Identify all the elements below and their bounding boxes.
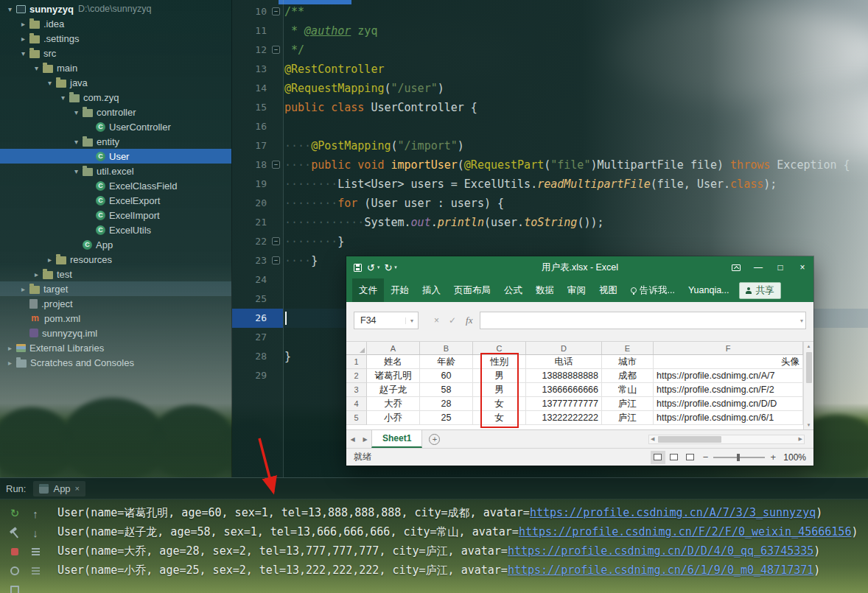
tree-item-usercontroller[interactable]: CUserController <box>0 119 231 134</box>
row-header-5[interactable]: 5 <box>346 411 367 425</box>
next-sheet-icon[interactable]: ▶ <box>359 436 371 443</box>
cell-A1[interactable]: 姓名 <box>367 355 420 369</box>
skip-icon[interactable] <box>25 542 46 561</box>
expanded-chevron-icon[interactable]: ▾ <box>31 64 42 72</box>
tell-me[interactable]: 告诉我... <box>624 278 682 302</box>
cell-D2[interactable]: 13888888888 <box>526 369 602 383</box>
redo-dropdown-icon[interactable]: ▾ <box>394 264 397 270</box>
close-icon[interactable]: × <box>791 256 813 278</box>
save-icon[interactable] <box>354 264 362 272</box>
collapsed-chevron-icon[interactable]: ▸ <box>4 359 15 367</box>
cell-E1[interactable]: 城市 <box>602 355 654 369</box>
undo-icon[interactable]: ↺ <box>367 262 375 273</box>
cancel-icon[interactable]: × <box>432 312 441 329</box>
expanded-chevron-icon[interactable]: ▾ <box>71 167 82 175</box>
console-link[interactable]: https://profile.csdnimg.cn/6/1/9/0_m0_48… <box>508 564 813 577</box>
zoom-slider-thumb[interactable] <box>737 454 740 461</box>
hscroll-right-icon[interactable]: ▶ <box>799 436 802 442</box>
cell-C1[interactable]: 性别 <box>473 355 526 369</box>
tree-item-scratches-and-consoles[interactable]: ▸Scratches and Consoles <box>0 355 231 370</box>
fold-marker-icon[interactable]: − <box>272 7 280 15</box>
cell-F4[interactable]: https://profile.csdnimg.cn/D/D <box>654 397 803 411</box>
vertical-scrollbar[interactable]: ▴ ▾ <box>803 342 813 429</box>
cell-E4[interactable]: 庐江 <box>602 397 654 411</box>
collapsed-chevron-icon[interactable]: ▸ <box>44 256 55 264</box>
column-header-D[interactable]: D <box>526 342 602 354</box>
tree-item-excelclassfield[interactable]: CExcelClassField <box>0 178 231 193</box>
tree-item-excelexport[interactable]: CExcelExport <box>0 193 231 208</box>
tree-item-sunnyzyq-iml[interactable]: sunnyzyq.iml <box>0 326 231 340</box>
row-header-3[interactable]: 3 <box>346 383 367 397</box>
expanded-chevron-icon[interactable]: ▾ <box>4 5 15 13</box>
horizontal-scrollbar[interactable]: ◀ ▶ <box>648 435 805 444</box>
cell-F5[interactable]: https://profile.csdnimg.cn/6/1 <box>654 411 803 425</box>
zoom-slider[interactable] <box>713 457 765 458</box>
zoom-out-icon[interactable]: − <box>703 452 709 463</box>
zoom-level[interactable]: 100% <box>781 452 806 463</box>
insert-function-icon[interactable]: fx <box>463 312 475 329</box>
cell-C2[interactable]: 男 <box>473 369 526 383</box>
cell-F2[interactable]: https://profile.csdnimg.cn/A/7 <box>654 369 803 383</box>
collapsed-chevron-icon[interactable]: ▸ <box>31 270 42 278</box>
ribbon-tab-7[interactable]: 视图 <box>592 278 624 302</box>
tree-item-pom-xml[interactable]: mpom.xml <box>0 311 231 326</box>
expanded-chevron-icon[interactable]: ▾ <box>71 108 82 116</box>
hscroll-left-icon[interactable]: ◀ <box>651 436 654 442</box>
share-button[interactable]: 共享 <box>739 282 781 299</box>
prev-sheet-icon[interactable]: ◀ <box>346 436 359 443</box>
cell-C5[interactable]: 女 <box>473 411 526 425</box>
cell-B2[interactable]: 60 <box>420 369 473 383</box>
horizontal-scroll-thumb[interactable] <box>658 436 721 443</box>
collapsed-chevron-icon[interactable]: ▸ <box>18 20 29 28</box>
tree-item-excelutils[interactable]: CExcelUtils <box>0 222 231 237</box>
row-header-2[interactable]: 2 <box>346 369 367 383</box>
fold-marker-icon[interactable]: − <box>272 237 280 245</box>
cell-D4[interactable]: 13777777777 <box>526 397 602 411</box>
cell-E2[interactable]: 成都 <box>602 369 654 383</box>
close-tab-icon[interactable]: × <box>75 484 80 493</box>
account-name[interactable]: Yuanqia... <box>682 278 736 302</box>
cell-B1[interactable]: 年龄 <box>420 355 473 369</box>
tree-item-controller[interactable]: ▾controller <box>0 105 231 119</box>
namebox-dropdown-icon[interactable]: ▾ <box>405 317 418 324</box>
collapsed-chevron-icon[interactable]: ▸ <box>4 344 15 352</box>
minimize-icon[interactable]: — <box>747 256 769 278</box>
ribbon-tab-4[interactable]: 公式 <box>497 278 529 302</box>
tree-item-app[interactable]: CApp <box>0 237 231 252</box>
expanded-chevron-icon[interactable]: ▾ <box>71 138 82 146</box>
collapsed-chevron-icon[interactable]: ▸ <box>18 35 29 43</box>
tree-item-util-excel[interactable]: ▾util.excel <box>0 164 231 178</box>
console-output[interactable]: User(name=诸葛孔明, age=60, sex=1, tel=13,88… <box>57 503 868 580</box>
formula-input[interactable]: ▾ <box>480 312 806 329</box>
cell-D1[interactable]: 电话 <box>526 355 602 369</box>
column-header-E[interactable]: E <box>602 342 654 354</box>
maximize-icon[interactable]: □ <box>769 256 791 278</box>
tree-item--idea[interactable]: ▸.idea <box>0 16 231 31</box>
expanded-chevron-icon[interactable]: ▾ <box>18 49 29 57</box>
column-header-A[interactable]: A <box>367 342 420 354</box>
scroll-down-icon[interactable]: ▾ <box>808 422 811 428</box>
console-link[interactable]: https://profile.csdnimg.cn/F/2/F/0_weixi… <box>519 525 852 538</box>
cell-A5[interactable]: 小乔 <box>367 411 420 425</box>
stop-icon[interactable] <box>4 542 25 561</box>
cell-B3[interactable]: 58 <box>420 383 473 397</box>
scroll-up-icon[interactable]: ▴ <box>808 343 811 349</box>
column-header-F[interactable]: F <box>654 342 803 354</box>
cell-F1[interactable]: 头像 <box>654 355 803 369</box>
tree-item-com-zyq[interactable]: ▾com.zyq <box>0 90 231 105</box>
cell-A4[interactable]: 大乔 <box>367 397 420 411</box>
console-link[interactable]: https://profile.csdnimg.cn/D/D/4/0_qq_63… <box>508 544 813 558</box>
console-link[interactable]: https://profile.csdnimg.cn/A/7/3/3_sunny… <box>530 506 816 519</box>
tree-item-test[interactable]: ▸test <box>0 267 231 281</box>
rerun-icon[interactable]: ↻ <box>4 504 25 523</box>
ribbon-tab-3[interactable]: 页面布局 <box>447 278 497 302</box>
pin-icon[interactable] <box>4 580 25 593</box>
ribbon-display-options-icon[interactable] <box>725 256 747 278</box>
undo-dropdown-icon[interactable]: ▾ <box>377 264 380 270</box>
step-down-icon[interactable]: ↓ <box>25 523 46 542</box>
fold-marker-icon[interactable]: − <box>272 256 280 264</box>
zoom-in-icon[interactable]: + <box>770 452 776 463</box>
tree-item-sunnyzyq[interactable]: ▾sunnyzyq D:\code\sunnyzyq <box>0 1 231 16</box>
select-all-corner[interactable] <box>346 342 367 354</box>
redo-icon[interactable]: ↻ <box>384 262 392 273</box>
